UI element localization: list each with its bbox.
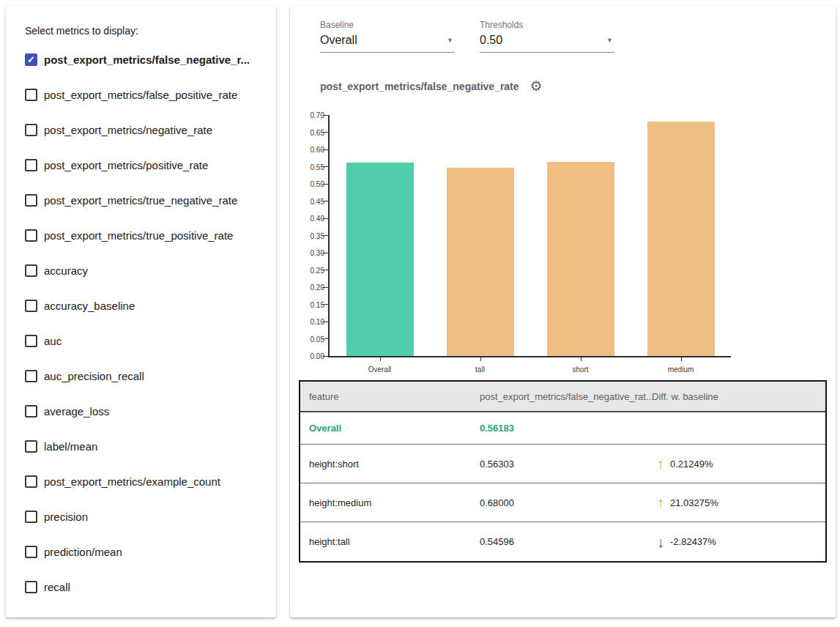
bar-chart: 0.000.050.100.150.200.250.300.350.400.45… (304, 115, 751, 393)
metric-checkbox-item[interactable]: prediction/mean (25, 534, 272, 569)
checkbox-unchecked-icon[interactable] (25, 89, 37, 101)
results-panel: Baseline Overall ▼ Thresholds 0.50 ▼ pos… (290, 6, 836, 617)
y-tick-mark (322, 270, 328, 270)
metrics-panel-title: Select metrics to display: (25, 25, 138, 37)
checkbox-unchecked-icon[interactable] (25, 405, 37, 418)
cell-feature: height:tall (300, 536, 480, 547)
checkbox-unchecked-icon[interactable] (25, 229, 37, 242)
x-axis-label: Overall (330, 366, 430, 374)
baseline-value-row[interactable]: Overall ▼ (320, 31, 455, 53)
cell-value: 0.56303 (480, 459, 652, 470)
metric-checkbox-item[interactable]: post_export_metrics/true_negative_rate (25, 182, 272, 218)
fairness-indicators-page: Select metrics to display: ✓post_export_… (0, 0, 840, 627)
cell-value: 0.54596 (480, 536, 652, 547)
y-tick-label: 0.60 (311, 146, 324, 154)
checkbox-unchecked-icon[interactable] (25, 440, 37, 453)
chart-header: post_export_metrics/false_negative_rate … (320, 79, 543, 93)
checkbox-unchecked-icon[interactable] (25, 335, 37, 347)
y-tick-mark (322, 218, 328, 219)
metric-checkbox-item[interactable]: post_export_metrics/true_positive_rate (25, 218, 272, 253)
y-tick-mark (322, 132, 328, 133)
metric-label: auc (44, 335, 62, 347)
metric-checkbox-item[interactable]: auc (25, 323, 272, 358)
bar-Overall[interactable] (346, 163, 414, 356)
metric-checkbox-item[interactable]: post_export_metrics/negative_rate (25, 112, 272, 147)
metric-label: accuracy_baseline (44, 300, 135, 312)
table-row: height:short0.56303↑0.21249% (300, 445, 825, 483)
arrow-up-icon: ↑ (657, 495, 664, 510)
cell-diff: ↑0.21249% (652, 456, 825, 471)
x-tick-mark (681, 357, 682, 361)
diff-value: 0.21249% (670, 459, 713, 470)
metric-checkbox-item[interactable]: post_export_metrics/positive_rate (25, 147, 272, 182)
metric-checkbox-item[interactable]: ✓post_export_metrics/false_negative_r... (25, 42, 272, 77)
diff-value: 21.03275% (670, 497, 718, 508)
metric-checkbox-item[interactable]: recall (25, 569, 272, 604)
y-tick-label: 0.20 (311, 283, 324, 292)
cell-feature: height:short (300, 459, 480, 470)
y-tick-mark (322, 184, 328, 185)
checkbox-unchecked-icon[interactable] (25, 511, 37, 523)
checkbox-unchecked-icon[interactable] (25, 546, 37, 558)
bar-slot-Overall: Overall (330, 115, 430, 356)
cell-diff: ↑21.03275% (652, 495, 825, 510)
table-row: Overall0.56183 (300, 412, 825, 445)
y-tick-mark (322, 304, 328, 305)
chevron-down-icon[interactable]: ▼ (606, 37, 613, 44)
baseline-dropdown[interactable]: Baseline Overall ▼ (320, 20, 455, 53)
y-tick-label: 0.10 (311, 318, 324, 326)
bar-medium[interactable] (647, 122, 715, 356)
table-row: height:tall0.54596↓-2.82437% (300, 522, 825, 561)
x-axis-label: tall (430, 366, 530, 374)
checkbox-unchecked-icon[interactable] (25, 370, 37, 382)
checkbox-unchecked-icon[interactable] (25, 475, 37, 488)
metric-label: post_export_metrics/negative_rate (44, 124, 212, 136)
checkbox-unchecked-icon[interactable] (25, 264, 37, 277)
chart-y-axis: 0.000.050.100.150.200.250.300.350.400.45… (304, 115, 324, 357)
metric-label: recall (44, 581, 70, 593)
y-tick-label: 0.35 (311, 232, 324, 240)
chart-title: post_export_metrics/false_negative_rate (320, 81, 519, 92)
metric-checkbox-item[interactable]: accuracy (25, 253, 272, 288)
thresholds-dropdown[interactable]: Thresholds 0.50 ▼ (480, 20, 614, 53)
bar-tall[interactable] (447, 168, 514, 356)
metric-checkbox-item[interactable]: label/mean (25, 428, 272, 464)
metric-checkbox-item[interactable]: precision (25, 499, 272, 534)
bar-short[interactable] (547, 162, 614, 356)
y-tick-mark (322, 356, 328, 357)
y-tick-label: 0.50 (311, 180, 324, 188)
metric-label: label/mean (44, 440, 97, 453)
y-tick-label: 0.45 (311, 198, 324, 206)
thresholds-label: Thresholds (480, 20, 614, 31)
y-tick-mark (322, 201, 328, 201)
checkbox-unchecked-icon[interactable] (25, 300, 37, 312)
y-tick-label: 0.40 (311, 215, 324, 223)
x-tick-mark (581, 357, 581, 361)
checkbox-unchecked-icon[interactable] (25, 581, 37, 593)
thresholds-value: 0.50 (480, 34, 502, 47)
metric-checkbox-item[interactable]: accuracy_baseline (25, 288, 272, 323)
gear-icon[interactable]: ⚙ (530, 79, 543, 93)
metric-checkbox-item[interactable]: average_loss (25, 393, 272, 428)
baseline-value: Overall (320, 34, 357, 47)
y-tick-mark (322, 149, 328, 150)
metric-checkbox-item[interactable]: post_export_metrics/example_count (25, 464, 272, 499)
metric-label: post_export_metrics/example_count (44, 475, 220, 488)
baseline-label: Baseline (320, 20, 455, 31)
chevron-down-icon[interactable]: ▼ (447, 37, 453, 44)
y-tick-mark (322, 235, 328, 236)
bar-slot-tall: tall (430, 115, 530, 356)
metric-checkbox-item[interactable]: post_export_metrics/false_positive_rate (25, 77, 272, 112)
y-tick-mark (322, 115, 328, 116)
checkbox-checked-icon[interactable]: ✓ (25, 53, 37, 66)
thresholds-value-row[interactable]: 0.50 ▼ (480, 31, 614, 53)
checkbox-unchecked-icon[interactable] (25, 124, 37, 136)
checkbox-unchecked-icon[interactable] (25, 159, 37, 171)
table-header-diff: Diff. w. baseline (652, 391, 825, 402)
checkbox-unchecked-icon[interactable] (25, 194, 37, 207)
y-tick-label: 0.05 (311, 335, 324, 344)
y-tick-label: 0.55 (311, 163, 324, 171)
y-tick-label: 0.30 (311, 249, 324, 257)
table-row: height:medium0.68000↑21.03275% (300, 483, 825, 522)
metric-checkbox-item[interactable]: auc_precision_recall (25, 358, 272, 393)
